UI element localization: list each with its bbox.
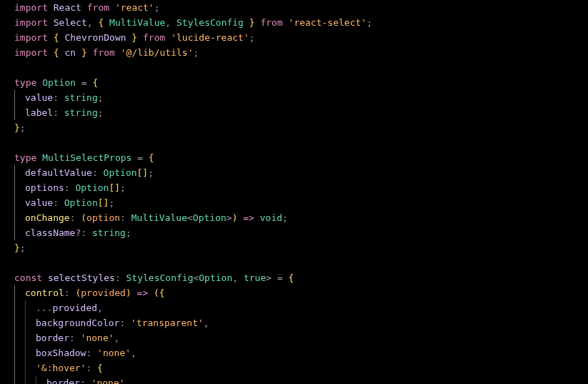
code-line[interactable]: border: 'none', [14,375,588,384]
token-punct: : [53,197,64,208]
code-line[interactable]: const selectStyles: StylesConfig<Option,… [14,270,588,285]
token-string: 'react-select' [289,17,367,28]
token-string: 'none' [81,333,114,343]
token-punct: : [69,333,81,343]
token-kw-control: import [14,2,54,13]
token-kw-type: void [260,212,282,223]
code-line[interactable]: ...provided, [14,300,588,315]
token-punct: : [53,92,64,103]
token-kw-control: type [14,77,42,88]
token-kw-type: Option [104,167,137,178]
token-kw-type: Option [75,182,109,193]
token-punct: ; [126,227,131,238]
token-string: 'transparent' [131,317,204,328]
token-prop: provided [52,302,97,313]
code-line[interactable]: label: string; [14,105,588,120]
token-brace: { [54,47,65,58]
token-punct: , [87,17,99,28]
token-punct: ; [109,197,114,208]
code-line[interactable]: control: (provided) => ({ [14,285,588,300]
token-type-primitive: string [92,227,126,238]
token-prop: boxShadow [36,348,86,358]
token-string: 'lucide-react' [171,32,249,43]
code-line[interactable]: type Option = { [14,75,588,90]
token-brace: { [97,363,103,373]
token-punct: : [64,182,76,193]
token-prop: className [25,227,75,238]
token-brace: { [93,77,99,88]
token-punct: : [81,227,92,238]
token-kw-control: import [14,17,54,28]
code-line[interactable]: import Select, { MultiValue, StylesConfi… [14,15,588,30]
token-prop: label [25,107,53,118]
token-punct: , [114,333,120,343]
token-brace: } [14,122,20,133]
token-punct: : [53,107,64,118]
token-punct: ... [36,302,52,313]
token-punct: ; [367,17,372,28]
token-punct: = [271,272,288,283]
token-punct: , [125,378,131,384]
token-typename-decl: MultiSelectProps [42,152,131,163]
token-prop: value [25,197,53,208]
token-brace: } [76,47,87,58]
code-line[interactable]: defaultValue: Option[]; [14,165,588,180]
token-kw-control: from [81,2,115,13]
code-line[interactable]: value: string; [14,90,588,105]
token-punct: , [232,272,244,283]
token-prop: border [46,378,80,384]
token-func: control [25,287,64,298]
token-brace: } [14,242,20,253]
code-line[interactable]: options: Option[]; [14,180,588,195]
code-line[interactable]: onChange: (option: MultiValue<Option>) =… [14,210,588,225]
code-line[interactable]: import { cn } from '@/lib/utils'; [14,45,588,60]
token-kw-type: Option [193,212,226,223]
token-string: 'none' [97,348,131,358]
token-prop: border [36,333,69,343]
code-line[interactable] [14,255,588,270]
token-brace: } [244,17,255,28]
code-line[interactable]: import React from 'react'; [14,0,588,15]
token-kw-control: from [137,32,171,43]
code-line[interactable] [14,60,588,75]
code-line[interactable]: import { ChevronDown } from 'lucide-reac… [14,30,588,45]
token-prop: defaultValue [25,167,92,178]
token-punct: : [115,272,126,283]
token-brace: [] [98,197,109,208]
token-type-primitive: string [64,107,98,118]
token-punct: , [97,302,103,313]
code-line[interactable]: }; [14,240,588,255]
code-editor[interactable]: import React from 'react';import Select,… [0,0,588,384]
token-variable: Select [54,17,87,28]
code-line[interactable]: boxShadow: 'none', [14,345,588,360]
code-line[interactable]: value: Option[]; [14,195,588,210]
token-punct: : [92,167,104,178]
token-kw-type: MultiValue [109,17,165,28]
token-punct: ; [148,167,154,178]
token-brace: ({ [154,287,165,298]
code-line[interactable]: }; [14,120,588,135]
token-string: 'none' [91,378,125,384]
token-punct: , [131,348,136,358]
token-string: 'react' [115,2,154,13]
code-line[interactable]: type MultiSelectProps = { [14,150,588,165]
token-prop: value [25,92,53,103]
token-kw-control: from [87,47,121,58]
token-punct: ; [20,122,26,133]
token-brace: { [54,32,65,43]
token-punct: ; [120,182,126,193]
token-punct: ; [20,242,26,253]
token-punct: : [86,348,97,358]
token-punct: : [119,317,131,328]
code-line[interactable] [14,135,588,150]
token-variable: React [54,2,81,13]
token-string: '@/lib/utils' [121,47,194,58]
token-variable: ChevronDown [64,32,126,43]
token-punct: ; [193,47,199,58]
token-punct: ; [154,2,160,13]
token-param: provided [81,287,126,298]
code-line[interactable]: backgroundColor: 'transparent', [14,315,588,330]
code-line[interactable]: '&:hover': { [14,360,588,375]
code-line[interactable]: border: 'none', [14,330,588,345]
code-line[interactable]: className?: string; [14,225,588,240]
